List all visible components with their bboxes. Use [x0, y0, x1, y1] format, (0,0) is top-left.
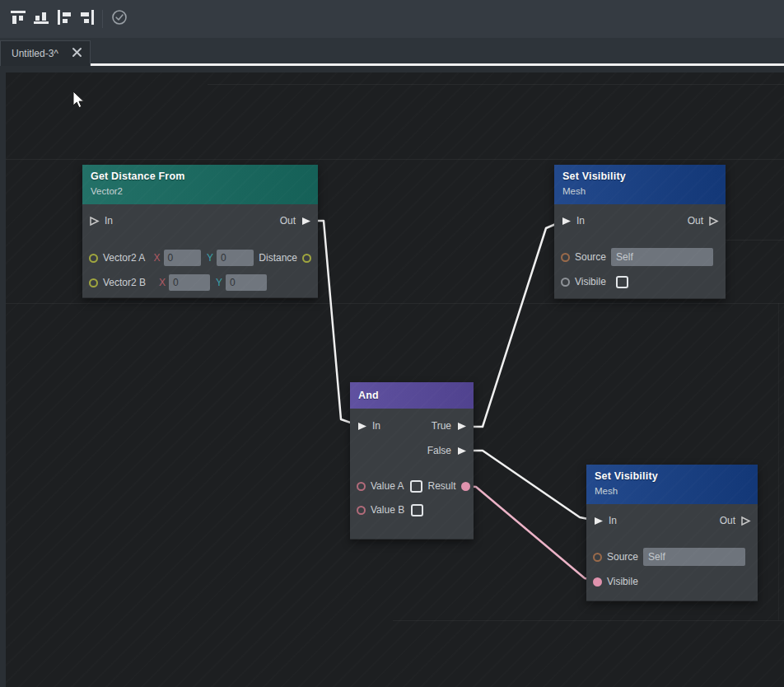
port-label-out: Out [688, 215, 703, 227]
toolbar-separator [102, 10, 103, 28]
source-input[interactable]: Self [611, 248, 713, 266]
node-and[interactable]: And In True False [350, 382, 474, 540]
grid-line [6, 159, 784, 160]
distance-port[interactable] [302, 254, 311, 263]
distance-label: Distance [259, 252, 297, 264]
impulse-in-port[interactable] [357, 421, 367, 432]
port-label-out: Out [280, 215, 296, 227]
tab-bar-underline [91, 63, 784, 66]
vector2-b-x-input[interactable]: 0 [169, 274, 210, 291]
x-axis-label: X [154, 252, 161, 264]
x-axis-label: X [159, 277, 166, 288]
align-right-icon [79, 9, 96, 29]
node-header[interactable]: Get Distance From Vector2 [82, 165, 318, 204]
node-get-distance-from[interactable]: Get Distance From Vector2 In Out Vector2… [82, 165, 318, 298]
visible-checkbox[interactable] [616, 276, 628, 288]
impulse-out-port[interactable] [708, 216, 719, 227]
vector2-a-port[interactable] [89, 254, 98, 263]
node-title: Set Visibility [595, 470, 749, 482]
value-a-checkbox[interactable] [410, 480, 422, 493]
result-label: Result [427, 480, 455, 492]
vector2-b-port[interactable] [89, 278, 98, 287]
node-set-visibility-top[interactable]: Set Visibility Mesh In Out Source Self [554, 165, 726, 299]
vector2-b-y-input[interactable]: 0 [226, 274, 267, 291]
visible-port[interactable] [593, 577, 602, 587]
source-input[interactable]: Self [643, 548, 745, 566]
check-circle-icon [111, 9, 128, 29]
node-set-visibility-bottom[interactable]: Set Visibility Mesh In Out Source Self [586, 465, 758, 601]
tab-close-icon[interactable] [71, 46, 83, 61]
wire-result-to-visible[interactable] [464, 486, 597, 581]
source-label: Source [575, 251, 606, 263]
port-label-out: Out [720, 515, 735, 526]
canvas-left-margin [0, 72, 6, 687]
visual-script-editor-window: Untitled-3^ Get Dist [0, 0, 784, 687]
port-label-in: In [609, 515, 617, 526]
y-axis-label: Y [207, 252, 213, 264]
port-label-in: In [372, 420, 380, 432]
grid-line-vertical [778, 303, 779, 620]
source-label: Source [607, 551, 638, 563]
y-axis-label: Y [216, 277, 222, 288]
value-b-port[interactable] [357, 506, 366, 515]
align-left-icon [56, 9, 72, 29]
visible-label: Visibile [575, 276, 606, 287]
node-title: Get Distance From [91, 171, 310, 182]
impulse-false-port[interactable] [456, 446, 467, 456]
align-top-button[interactable] [7, 7, 30, 30]
value-a-label: Value A [371, 480, 404, 492]
vector2-a-x-input[interactable]: 0 [164, 250, 201, 266]
align-right-button[interactable] [76, 7, 99, 30]
visible-port[interactable] [561, 278, 570, 287]
wire-true-to-setvis-top-in[interactable] [466, 221, 563, 427]
vector2-a-y-input[interactable]: 0 [217, 250, 254, 266]
value-b-label: Value B [371, 504, 404, 516]
source-port[interactable] [593, 553, 602, 562]
port-label-in: In [576, 215, 585, 227]
node-header[interactable]: And [350, 382, 474, 409]
node-title: Set Visibility [562, 171, 717, 182]
align-bottom-icon [33, 9, 49, 29]
impulse-out-port[interactable] [301, 216, 311, 227]
node-header[interactable]: Set Visibility Mesh [586, 465, 758, 504]
node-header[interactable]: Set Visibility Mesh [554, 165, 726, 204]
align-bottom-button[interactable] [30, 7, 53, 30]
grid-line [208, 84, 784, 85]
impulse-in-port[interactable] [561, 216, 572, 227]
port-label-false: False [427, 445, 451, 456]
node-subtitle: Mesh [562, 186, 717, 196]
tab-label: Untitled-3^ [12, 48, 71, 59]
visible-label: Visibile [607, 576, 638, 587]
node-title: And [358, 390, 465, 401]
value-a-port[interactable] [357, 482, 366, 491]
vector2-a-label: Vector2 A [103, 252, 149, 264]
tab-untitled-3[interactable]: Untitled-3^ [0, 40, 91, 66]
grid-line [393, 620, 784, 621]
toolbar [0, 0, 784, 38]
tab-bar: Untitled-3^ [0, 38, 784, 66]
grid-line [6, 303, 784, 304]
align-top-icon [10, 9, 26, 29]
source-port[interactable] [561, 253, 570, 262]
node-subtitle: Vector2 [91, 186, 310, 196]
impulse-in-port[interactable] [89, 216, 100, 227]
port-label-in: In [105, 215, 113, 227]
mouse-cursor [72, 91, 87, 114]
node-subtitle: Mesh [595, 486, 749, 496]
wire-false-to-setvis-bottom-in[interactable] [466, 451, 596, 521]
align-left-button[interactable] [53, 7, 76, 30]
port-label-true: True [432, 420, 451, 432]
impulse-true-port[interactable] [456, 421, 467, 432]
validate-button[interactable] [108, 7, 131, 30]
impulse-in-port[interactable] [593, 516, 604, 526]
impulse-out-port[interactable] [740, 516, 751, 526]
result-port[interactable] [461, 482, 470, 491]
vector2-b-label: Vector2 B [103, 277, 154, 288]
grid-line [725, 240, 784, 241]
value-b-checkbox[interactable] [411, 504, 423, 516]
graph-canvas[interactable]: Get Distance From Vector2 In Out Vector2… [6, 72, 784, 687]
